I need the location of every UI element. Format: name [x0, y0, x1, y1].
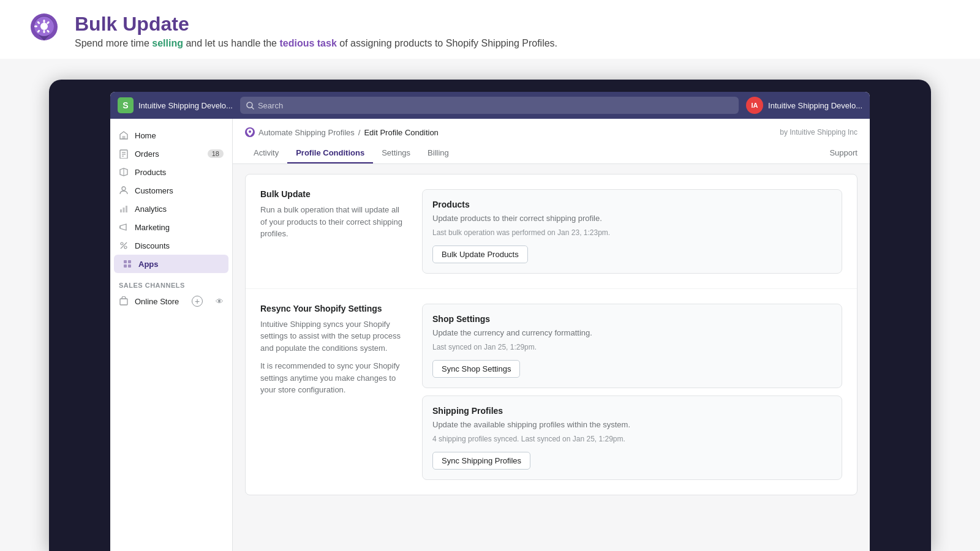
shipping-profiles-description: Update the available shipping profiles w…	[432, 419, 832, 430]
nav-brand-label: Intuitive Shipping Develo...	[138, 101, 233, 110]
svg-point-25	[124, 246, 127, 249]
sidebar-item-analytics[interactable]: Analytics	[110, 200, 232, 218]
main-content: Home Orders 18	[110, 119, 870, 551]
svg-rect-20	[120, 209, 122, 212]
main-panel: Bulk Update Run a bulk operation that wi…	[245, 174, 858, 495]
svg-rect-21	[123, 208, 125, 212]
products-icon	[119, 167, 129, 177]
shop-settings-heading: Shop Settings	[432, 314, 832, 324]
resync-heading: Resync Your Shopify Settings	[260, 304, 407, 313]
svg-rect-27	[124, 260, 127, 263]
resync-left: Resync Your Shopify Settings Intuitive S…	[260, 304, 407, 480]
banner-highlight-purple: tedious task	[279, 38, 336, 48]
svg-rect-13	[123, 136, 126, 139]
svg-rect-29	[124, 264, 127, 268]
orders-icon	[119, 149, 129, 159]
sidebar-item-online-store[interactable]: Online Store + 👁	[110, 291, 232, 311]
search-bar[interactable]: Search	[240, 97, 739, 114]
shop-settings-last-sync: Last synced on Jan 25, 1:29pm.	[432, 342, 832, 353]
sidebar-item-apps[interactable]: Apps	[114, 255, 228, 273]
svg-line-26	[121, 242, 127, 249]
sidebar-item-marketing[interactable]: Marketing	[110, 218, 232, 236]
svg-rect-3	[43, 20, 45, 23]
nav-brand: S Intuitive Shipping Develo...	[118, 97, 233, 113]
banner-text: Bulk Update Spend more time selling and …	[75, 12, 557, 49]
svg-point-23	[119, 227, 121, 228]
sidebar-label-discounts: Discounts	[135, 241, 170, 250]
shipping-profiles-card: Shipping Profiles Update the available s…	[422, 395, 842, 480]
avatar: IA	[746, 97, 763, 114]
bulk-update-right: Products Update products to their correc…	[422, 189, 842, 274]
sidebar-item-discounts[interactable]: Discounts	[110, 236, 232, 255]
products-card-heading: Products	[432, 200, 832, 209]
svg-point-19	[122, 187, 126, 190]
banner-subtitle: Spend more time selling and let us handl…	[75, 38, 557, 49]
breadcrumb-current: Edit Profile Condition	[364, 128, 438, 137]
tab-profile-conditions[interactable]: Profile Conditions	[287, 143, 373, 163]
resync-description2: It is recommended to sync your Shopify s…	[260, 360, 407, 396]
resync-right: Shop Settings Update the currency and cu…	[422, 304, 842, 480]
breadcrumb-parent[interactable]: Automate Shipping Profiles	[258, 128, 355, 137]
device-frame: S Intuitive Shipping Develo... Search IA…	[49, 80, 931, 551]
sidebar-label-marketing: Marketing	[135, 223, 170, 232]
online-store-icon	[119, 296, 129, 306]
top-banner: Bulk Update Spend more time selling and …	[0, 0, 980, 59]
sales-channels-add-btn[interactable]: +	[192, 296, 203, 307]
shopify-logo: S	[118, 97, 134, 113]
customers-icon	[119, 186, 129, 195]
svg-point-24	[121, 242, 123, 245]
nav-user-name: Intuitive Shipping Develo...	[768, 101, 862, 110]
shop-settings-card: Shop Settings Update the currency and cu…	[422, 304, 842, 388]
sidebar-label-customers: Customers	[135, 186, 173, 195]
svg-line-12	[252, 107, 254, 109]
tab-settings[interactable]: Settings	[373, 143, 419, 163]
search-placeholder: Search	[258, 101, 283, 110]
sync-shipping-profiles-button[interactable]: Sync Shipping Profiles	[432, 452, 530, 470]
admin-shell: S Intuitive Shipping Develo... Search IA…	[110, 92, 870, 551]
resync-description1: Intuitive Shipping syncs your Shopify se…	[260, 318, 407, 354]
breadcrumb: Automate Shipping Profiles / Edit Profil…	[245, 127, 858, 137]
svg-rect-31	[120, 299, 127, 305]
sidebar-item-customers[interactable]: Customers	[110, 181, 232, 200]
banner-subtitle-before: Spend more time	[75, 38, 149, 48]
page-tabs: Activity Profile Conditions Settings Bil…	[245, 143, 858, 163]
orders-badge: 18	[208, 149, 224, 158]
page-header: Automate Shipping Profiles / Edit Profil…	[233, 119, 870, 164]
sidebar-item-orders[interactable]: Orders 18	[110, 144, 232, 163]
nav-right: IA Intuitive Shipping Develo...	[746, 97, 862, 114]
sidebar-label-apps: Apps	[138, 260, 159, 269]
sync-shop-settings-button[interactable]: Sync Shop Settings	[432, 360, 520, 378]
banner-subtitle-after: of assigning products to Shopify Shippin…	[339, 38, 557, 48]
breadcrumb-icon	[245, 127, 255, 137]
bulk-update-heading: Bulk Update	[260, 189, 407, 199]
analytics-icon	[119, 204, 129, 214]
tab-support[interactable]: Support	[829, 143, 858, 163]
bulk-update-row: Bulk Update Run a bulk operation that wi…	[246, 174, 857, 289]
shipping-profiles-last-sync: 4 shipping profiles synced. Last synced …	[432, 434, 832, 444]
home-icon	[119, 130, 129, 140]
svg-rect-4	[43, 30, 45, 33]
sidebar-label-home: Home	[135, 131, 156, 140]
bulk-update-products-button[interactable]: Bulk Update Products	[432, 246, 528, 263]
sidebar-label-online-store: Online Store	[135, 297, 179, 306]
banner-highlight-green: selling	[152, 38, 183, 48]
sidebar-item-products[interactable]: Products	[110, 163, 232, 181]
svg-rect-6	[45, 26, 48, 28]
svg-rect-30	[128, 264, 131, 268]
tab-activity[interactable]: Activity	[245, 143, 287, 163]
bulk-update-left: Bulk Update Run a bulk operation that wi…	[260, 189, 407, 274]
svg-rect-5	[34, 26, 37, 28]
products-card-description: Update products to their correct shippin…	[432, 213, 832, 224]
page-content: Automate Shipping Profiles / Edit Profil…	[233, 119, 870, 551]
svg-point-32	[249, 130, 251, 133]
sidebar-label-orders: Orders	[135, 149, 159, 159]
tab-billing[interactable]: Billing	[419, 143, 458, 163]
svg-rect-22	[126, 206, 127, 212]
search-icon	[246, 102, 254, 110]
products-last-sync: Last bulk operation was performed on Jan…	[432, 228, 832, 238]
sidebar-label-analytics: Analytics	[135, 204, 167, 214]
banner-icon	[24, 10, 64, 49]
sidebar-item-home[interactable]: Home	[110, 126, 232, 144]
marketing-icon	[119, 222, 129, 232]
sales-channels-eye-btn[interactable]: 👁	[216, 297, 224, 306]
